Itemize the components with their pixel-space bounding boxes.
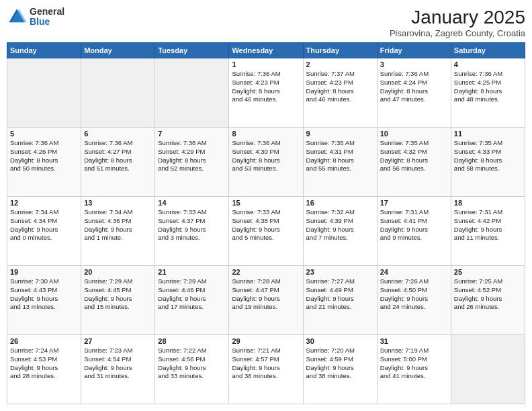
day-number: 20 (84, 268, 152, 276)
header: General Blue January 2025 Pisarovina, Za… (7, 7, 525, 38)
day-number: 5 (10, 130, 78, 138)
cell-info: Sunrise: 7:36 AM Sunset: 4:24 PM Dayligh… (380, 70, 448, 104)
day-number: 27 (84, 337, 152, 345)
day-number: 9 (306, 130, 374, 138)
calendar-week-row: 26Sunrise: 7:24 AM Sunset: 4:53 PM Dayli… (7, 335, 525, 404)
day-number: 26 (10, 337, 78, 345)
day-number: 31 (380, 337, 448, 345)
logo: General Blue (7, 7, 64, 28)
cell-info: Sunrise: 7:29 AM Sunset: 4:45 PM Dayligh… (84, 277, 152, 312)
calendar-cell: 31Sunrise: 7:19 AM Sunset: 5:00 PM Dayli… (377, 335, 451, 404)
calendar-week-row: 12Sunrise: 7:34 AM Sunset: 4:34 PM Dayli… (7, 197, 525, 266)
month-title: January 2025 (390, 7, 525, 28)
calendar: SundayMondayTuesdayWednesdayThursdayFrid… (7, 42, 525, 404)
calendar-week-row: 1Sunrise: 7:36 AM Sunset: 4:23 PM Daylig… (7, 58, 525, 128)
weekday-header: Wednesday (229, 43, 303, 58)
weekday-header: Tuesday (155, 43, 229, 58)
cell-info: Sunrise: 7:23 AM Sunset: 4:54 PM Dayligh… (84, 347, 152, 381)
day-number: 25 (454, 268, 522, 276)
day-number: 13 (84, 199, 152, 207)
cell-info: Sunrise: 7:35 AM Sunset: 4:33 PM Dayligh… (454, 139, 522, 173)
cell-info: Sunrise: 7:21 AM Sunset: 4:57 PM Dayligh… (232, 347, 300, 381)
cell-info: Sunrise: 7:34 AM Sunset: 4:36 PM Dayligh… (84, 208, 152, 242)
day-number: 11 (454, 130, 522, 138)
cell-info: Sunrise: 7:34 AM Sunset: 4:34 PM Dayligh… (10, 208, 78, 242)
cell-info: Sunrise: 7:33 AM Sunset: 4:37 PM Dayligh… (158, 208, 226, 242)
day-number: 24 (380, 268, 448, 276)
calendar-cell: 16Sunrise: 7:32 AM Sunset: 4:39 PM Dayli… (303, 197, 377, 266)
cell-info: Sunrise: 7:25 AM Sunset: 4:52 PM Dayligh… (454, 277, 522, 312)
day-number: 16 (306, 199, 374, 207)
weekday-header: Monday (81, 43, 155, 58)
day-number: 19 (10, 268, 78, 276)
cell-info: Sunrise: 7:32 AM Sunset: 4:39 PM Dayligh… (306, 208, 374, 242)
day-number: 1 (232, 60, 300, 68)
logo-icon (7, 7, 27, 27)
cell-info: Sunrise: 7:31 AM Sunset: 4:41 PM Dayligh… (380, 208, 448, 242)
calendar-cell: 29Sunrise: 7:21 AM Sunset: 4:57 PM Dayli… (229, 335, 303, 404)
calendar-cell (7, 58, 81, 128)
calendar-cell: 30Sunrise: 7:20 AM Sunset: 4:59 PM Dayli… (303, 335, 377, 404)
calendar-cell (155, 58, 229, 128)
cell-info: Sunrise: 7:30 AM Sunset: 4:43 PM Dayligh… (10, 277, 78, 312)
calendar-cell: 20Sunrise: 7:29 AM Sunset: 4:45 PM Dayli… (81, 266, 155, 335)
cell-info: Sunrise: 7:29 AM Sunset: 4:46 PM Dayligh… (158, 277, 226, 312)
day-number: 2 (306, 60, 374, 68)
day-number: 30 (306, 337, 374, 345)
cell-info: Sunrise: 7:20 AM Sunset: 4:59 PM Dayligh… (306, 347, 374, 381)
cell-info: Sunrise: 7:33 AM Sunset: 4:38 PM Dayligh… (232, 208, 300, 242)
cell-info: Sunrise: 7:36 AM Sunset: 4:23 PM Dayligh… (232, 70, 300, 104)
calendar-cell: 5Sunrise: 7:36 AM Sunset: 4:26 PM Daylig… (7, 128, 81, 197)
calendar-cell: 10Sunrise: 7:35 AM Sunset: 4:32 PM Dayli… (377, 128, 451, 197)
calendar-cell: 24Sunrise: 7:26 AM Sunset: 4:50 PM Dayli… (377, 266, 451, 335)
calendar-cell: 13Sunrise: 7:34 AM Sunset: 4:36 PM Dayli… (81, 197, 155, 266)
logo-general: General (30, 7, 64, 17)
cell-info: Sunrise: 7:31 AM Sunset: 4:42 PM Dayligh… (454, 208, 522, 242)
calendar-cell: 12Sunrise: 7:34 AM Sunset: 4:34 PM Dayli… (7, 197, 81, 266)
calendar-cell: 3Sunrise: 7:36 AM Sunset: 4:24 PM Daylig… (377, 58, 451, 128)
day-number: 4 (454, 60, 522, 68)
day-number: 12 (10, 199, 78, 207)
calendar-week-row: 19Sunrise: 7:30 AM Sunset: 4:43 PM Dayli… (7, 266, 525, 335)
day-number: 22 (232, 268, 300, 276)
day-number: 7 (158, 130, 226, 138)
calendar-cell: 17Sunrise: 7:31 AM Sunset: 4:41 PM Dayli… (377, 197, 451, 266)
cell-info: Sunrise: 7:26 AM Sunset: 4:50 PM Dayligh… (380, 277, 448, 312)
cell-info: Sunrise: 7:35 AM Sunset: 4:32 PM Dayligh… (380, 139, 448, 173)
cell-info: Sunrise: 7:24 AM Sunset: 4:53 PM Dayligh… (10, 347, 78, 381)
page: General Blue January 2025 Pisarovina, Za… (0, 0, 532, 411)
cell-info: Sunrise: 7:36 AM Sunset: 4:29 PM Dayligh… (158, 139, 226, 173)
day-number: 23 (306, 268, 374, 276)
weekday-header: Thursday (303, 43, 377, 58)
calendar-cell: 21Sunrise: 7:29 AM Sunset: 4:46 PM Dayli… (155, 266, 229, 335)
day-number: 18 (454, 199, 522, 207)
calendar-cell: 7Sunrise: 7:36 AM Sunset: 4:29 PM Daylig… (155, 128, 229, 197)
calendar-cell (81, 58, 155, 128)
calendar-cell: 18Sunrise: 7:31 AM Sunset: 4:42 PM Dayli… (451, 197, 525, 266)
day-number: 15 (232, 199, 300, 207)
calendar-cell (451, 335, 525, 404)
cell-info: Sunrise: 7:35 AM Sunset: 4:31 PM Dayligh… (306, 139, 374, 173)
cell-info: Sunrise: 7:36 AM Sunset: 4:26 PM Dayligh… (10, 139, 78, 173)
calendar-cell: 9Sunrise: 7:35 AM Sunset: 4:31 PM Daylig… (303, 128, 377, 197)
calendar-cell: 11Sunrise: 7:35 AM Sunset: 4:33 PM Dayli… (451, 128, 525, 197)
day-number: 3 (380, 60, 448, 68)
calendar-cell: 4Sunrise: 7:36 AM Sunset: 4:25 PM Daylig… (451, 58, 525, 128)
calendar-cell: 1Sunrise: 7:36 AM Sunset: 4:23 PM Daylig… (229, 58, 303, 128)
logo-blue: Blue (30, 17, 64, 27)
logo-text: General Blue (30, 7, 64, 28)
cell-info: Sunrise: 7:27 AM Sunset: 4:49 PM Dayligh… (306, 277, 374, 312)
day-number: 14 (158, 199, 226, 207)
calendar-cell: 19Sunrise: 7:30 AM Sunset: 4:43 PM Dayli… (7, 266, 81, 335)
calendar-cell: 27Sunrise: 7:23 AM Sunset: 4:54 PM Dayli… (81, 335, 155, 404)
cell-info: Sunrise: 7:36 AM Sunset: 4:25 PM Dayligh… (454, 70, 522, 104)
calendar-cell: 14Sunrise: 7:33 AM Sunset: 4:37 PM Dayli… (155, 197, 229, 266)
calendar-cell: 8Sunrise: 7:36 AM Sunset: 4:30 PM Daylig… (229, 128, 303, 197)
cell-info: Sunrise: 7:36 AM Sunset: 4:30 PM Dayligh… (232, 139, 300, 173)
day-number: 10 (380, 130, 448, 138)
location: Pisarovina, Zagreb County, Croatia (390, 28, 525, 38)
calendar-header-row: SundayMondayTuesdayWednesdayThursdayFrid… (7, 43, 525, 58)
day-number: 21 (158, 268, 226, 276)
weekday-header: Saturday (451, 43, 525, 58)
cell-info: Sunrise: 7:36 AM Sunset: 4:27 PM Dayligh… (84, 139, 152, 173)
